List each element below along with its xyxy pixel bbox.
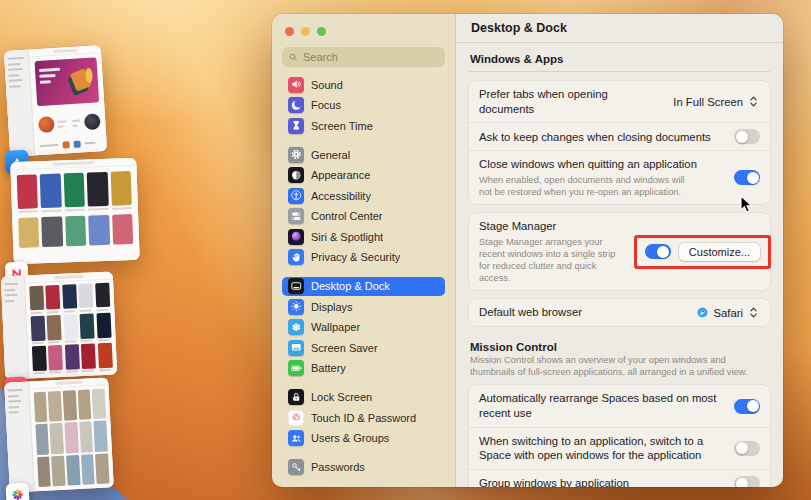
customize-button[interactable]: Customize... — [679, 243, 760, 261]
stage-window-app-store[interactable] — [4, 45, 107, 157]
thumbnail-cell — [94, 421, 108, 452]
row-control: Safari — [696, 305, 760, 320]
sidebar-item-privacy-security[interactable]: Privacy & Security — [282, 248, 445, 267]
battery-icon — [288, 360, 304, 376]
sidebar-item-displays[interactable]: Displays — [282, 297, 445, 316]
close-button[interactable] — [285, 27, 294, 36]
poster-tile — [112, 214, 133, 245]
poster-tile — [40, 173, 62, 208]
thumbnail-cell — [77, 389, 91, 420]
traffic-lights — [272, 14, 455, 36]
stage-manager-toggle[interactable] — [645, 244, 671, 259]
thumbnail-cell — [65, 344, 80, 372]
sidebar-item-touch-id-password[interactable]: Touch ID & Password — [282, 408, 445, 427]
settings-row-automatically-rearrange-spaces-based-on-most-recent-use: Automatically rearrange Spaces based on … — [469, 385, 770, 426]
toggle-knob — [736, 478, 748, 487]
sidebar-item-desktop-dock[interactable]: Desktop & Dock — [282, 277, 445, 296]
sidebar-item-sound[interactable]: Sound — [282, 75, 445, 94]
automatically-rearrange-spaces-based-on-most-recent-use-toggle[interactable] — [734, 399, 760, 414]
thumbnail-cell — [79, 422, 93, 453]
sidebar-item-wallpaper[interactable]: Wallpaper — [282, 318, 445, 337]
settings-row-stage-manager: Stage ManagerStage Manager arranges your… — [469, 213, 770, 290]
sidebar-item-screen-time[interactable]: Screen Time — [282, 116, 445, 135]
default-web-browser-select[interactable]: Safari — [696, 305, 760, 320]
highlight-annotation-box: Customize... — [634, 235, 771, 269]
photos-icon[interactable] — [5, 483, 29, 500]
sidebar-item-label: General — [311, 149, 350, 161]
sidebar-item-passwords[interactable]: Passwords — [282, 458, 445, 477]
sidebar-item-accessibility[interactable]: Accessibility — [282, 186, 445, 205]
sidebar-item-general[interactable]: General — [282, 145, 445, 164]
sidebar-item-label: Battery — [311, 362, 346, 374]
close-windows-when-quitting-an-application-toggle[interactable] — [734, 170, 760, 185]
poster-tile — [110, 171, 132, 206]
sidebar-item-focus[interactable]: Focus — [282, 96, 445, 115]
row-description: When enabled, open documents and windows… — [479, 174, 694, 198]
sidebar-group: Lock ScreenTouch ID & PasswordUsers & Gr… — [282, 388, 445, 448]
ask-to-keep-changes-when-closing-documents-toggle[interactable] — [734, 129, 760, 144]
when-switching-to-an-application-switch-to-a-space-with-open-windows-for-the-application-toggle[interactable] — [734, 441, 760, 456]
passwords-icon — [288, 459, 304, 475]
settings-sidebar: Search SoundFocusScreen TimeGeneralAppea… — [272, 14, 456, 487]
sidebar-item-label: Screen Time — [311, 120, 373, 132]
row-control — [734, 129, 760, 144]
thumbnail-cell — [80, 314, 95, 342]
sidebar-item-label: Wallpaper — [311, 321, 360, 333]
safari-icon — [696, 306, 709, 319]
toggle-knob — [747, 172, 759, 184]
group-windows-by-application-toggle[interactable] — [734, 476, 760, 487]
stage-window-photos[interactable] — [4, 377, 114, 492]
row-control — [734, 441, 760, 456]
thumbnail-cell — [63, 390, 77, 421]
prefer-tabs-when-opening-documents-select[interactable]: In Full Screen — [673, 94, 760, 109]
settings-row-close-windows-when-quitting-an-application: Close windows when quitting an applicati… — [469, 150, 770, 204]
stage-window-music[interactable] — [1, 272, 117, 380]
sidebar-item-screen-saver[interactable]: Screen Saver — [282, 338, 445, 357]
sidebar-item-label: Displays — [311, 301, 353, 313]
card-stage-manager: Stage ManagerStage Manager arranges your… — [469, 213, 770, 290]
sidebar-item-label: Touch ID & Password — [311, 412, 416, 424]
wallpaper-icon — [288, 319, 304, 335]
sidebar-list: SoundFocusScreen TimeGeneralAppearanceAc… — [272, 70, 455, 487]
row-text: When switching to an application, switch… — [479, 434, 724, 463]
sidebar-group: Passwords — [282, 458, 445, 477]
poster-tile — [87, 172, 109, 207]
row-text: Close windows when quitting an applicati… — [479, 157, 697, 198]
thumbnail-cell — [48, 391, 62, 422]
sidebar-item-label: Siri & Spotlight — [311, 231, 383, 243]
settings-row-when-switching-to-an-application-switch-to-a-space-with-open-windows-for-the-application: When switching to an application, switch… — [469, 427, 770, 469]
sidebar-item-label: Focus — [311, 99, 341, 111]
minimize-button[interactable] — [301, 27, 310, 36]
section-header-mission-control: Mission Control — [469, 338, 770, 354]
mission-control-description: Mission Control shows an overview of you… — [469, 354, 770, 383]
row-text: Group windows by application — [479, 476, 629, 487]
sidebar-item-appearance[interactable]: Appearance — [282, 166, 445, 185]
row-text: Automatically rearrange Spaces based on … — [479, 391, 724, 420]
select-value: In Full Screen — [673, 96, 743, 108]
search-input[interactable]: Search — [282, 47, 445, 67]
row-control — [734, 170, 760, 185]
thumbnail-cell — [48, 345, 63, 373]
appearance-icon — [288, 167, 304, 183]
sidebar-item-users-groups[interactable]: Users & Groups — [282, 429, 445, 448]
zoom-button[interactable] — [317, 27, 326, 36]
card-browser: Default web browserSafari — [469, 299, 770, 326]
thumbnail-cell — [35, 424, 49, 455]
sidebar-item-battery[interactable]: Battery — [282, 359, 445, 378]
general-icon — [288, 147, 304, 163]
sidebar-item-lock-screen[interactable]: Lock Screen — [282, 388, 445, 407]
sidebar-item-control-center[interactable]: Control Center — [282, 207, 445, 226]
sidebar-item-siri-spotlight[interactable]: Siri & Spotlight — [282, 227, 445, 246]
sidebar-item-label: Desktop & Dock — [311, 280, 390, 292]
row-control — [734, 399, 760, 414]
poster-tile — [63, 173, 85, 208]
thumbnail-cell — [30, 316, 45, 344]
users-groups-icon — [288, 430, 304, 446]
stage-window-news[interactable] — [10, 158, 139, 264]
row-label: Group windows by application — [479, 476, 629, 487]
app-store-card — [71, 107, 101, 138]
accessibility-icon — [288, 188, 304, 204]
sidebar-item-label: Passwords — [311, 461, 365, 473]
thumbnail-cell — [92, 389, 106, 420]
select-value: Safari — [713, 307, 743, 319]
